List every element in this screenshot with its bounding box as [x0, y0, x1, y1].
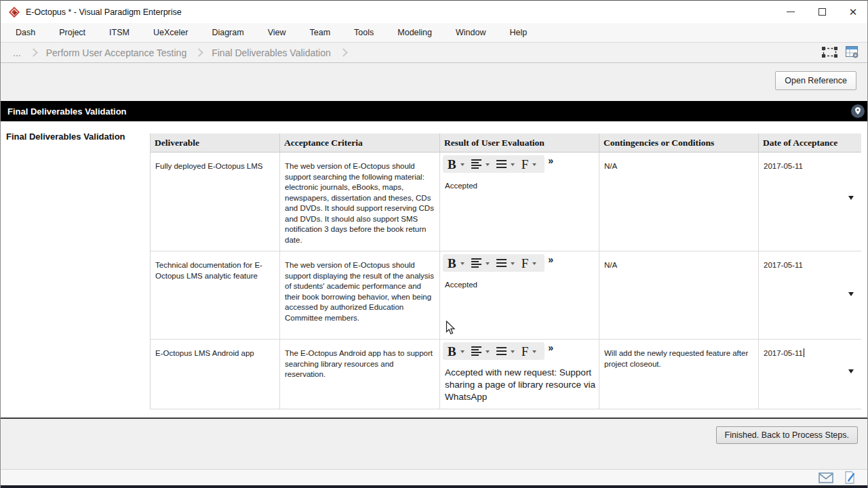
title-bar: E-Octopus * - Visual Paradigm Enterprise…: [1, 1, 868, 23]
menu-view[interactable]: View: [267, 25, 288, 40]
table-row-3-result-editor[interactable]: B F » Accepted with new request: Support…: [440, 340, 599, 409]
list-icon[interactable]: [496, 157, 507, 171]
dropdown-arrow-icon[interactable]: [848, 292, 854, 296]
overflow-icon[interactable]: »: [548, 342, 553, 354]
font-icon[interactable]: F: [521, 158, 529, 171]
footer-panel: Finished. Back to Process Steps.: [1, 419, 868, 470]
column-header-date: Date of Acceptance: [759, 134, 861, 152]
breadcrumb-item-perform-uat[interactable]: Perform User Acceptance Testing: [46, 47, 187, 58]
chevron-right-icon: [339, 48, 348, 57]
breadcrumb-ellipsis[interactable]: ...: [13, 47, 21, 58]
result-text[interactable]: Accepted with new request: Support shari…: [445, 367, 596, 403]
column-header-deliverable: Deliverable: [151, 134, 280, 152]
status-bar: [1, 470, 868, 485]
richtext-toolbar: B F: [443, 254, 545, 272]
column-header-acceptance-criteria: Acceptance Criteria: [280, 134, 440, 152]
breadcrumb: ... Perform User Acceptance Testing Fina…: [1, 42, 868, 63]
bold-icon[interactable]: B: [448, 257, 456, 270]
dropdown-arrow-icon[interactable]: [511, 350, 515, 353]
date-value[interactable]: 2017-05-11: [764, 348, 803, 359]
table-row-2-deliverable: Technical documentation for E-Octopus LM…: [151, 251, 280, 340]
dropdown-arrow-icon[interactable]: [486, 350, 490, 353]
form-window-icon[interactable]: [846, 46, 859, 58]
toolbar-band: Open Reference: [1, 63, 868, 101]
dropdown-arrow-icon[interactable]: [511, 262, 515, 265]
dropdown-arrow-icon[interactable]: [460, 163, 465, 166]
close-icon: ✕: [849, 7, 858, 17]
align-icon[interactable]: [471, 257, 481, 269]
chevron-right-icon: [195, 48, 203, 57]
dropdown-arrow-icon[interactable]: [486, 262, 490, 265]
menu-dash[interactable]: Dash: [14, 25, 37, 40]
dropdown-arrow-icon[interactable]: [532, 350, 536, 353]
dropdown-arrow-icon[interactable]: [532, 262, 536, 265]
maximize-icon: [818, 8, 826, 16]
form-title: Final Deliverables Validation: [6, 131, 125, 142]
table-row-1-date[interactable]: 2017-05-11: [759, 152, 861, 251]
envelope-icon[interactable]: [818, 472, 833, 483]
maximize-button[interactable]: [806, 1, 837, 23]
dropdown-arrow-icon[interactable]: [460, 350, 465, 353]
menu-project[interactable]: Project: [58, 25, 87, 40]
date-value[interactable]: 2017-05-11: [764, 161, 803, 172]
menu-bar: Dash Project ITSM UeXceler Diagram View …: [1, 23, 868, 42]
edit-document-icon[interactable]: [844, 471, 856, 484]
table-row-3-acceptance-criteria: The E-Octopus Android app has to support…: [280, 340, 440, 409]
dropdown-arrow-icon[interactable]: [460, 262, 465, 265]
column-header-contingencies: Contingencies or Conditions: [599, 134, 759, 152]
align-icon[interactable]: [471, 345, 481, 357]
overflow-icon[interactable]: »: [548, 254, 553, 266]
menu-window[interactable]: Window: [454, 25, 487, 40]
font-icon[interactable]: F: [521, 345, 529, 358]
breadcrumb-item-final-deliverables[interactable]: Final Deliverables Validation: [212, 47, 331, 58]
table-row-3-contingencies[interactable]: Will add the newly requested feature aft…: [599, 340, 759, 409]
align-icon[interactable]: [471, 158, 481, 170]
result-text[interactable]: Accepted: [445, 280, 596, 291]
table-row-1-deliverable: Fully deployed E-Octopus LMS: [151, 152, 280, 251]
overflow-icon[interactable]: »: [548, 155, 553, 167]
dropdown-arrow-icon[interactable]: [511, 163, 515, 166]
table-row-1-result-editor[interactable]: B F » Accepted: [440, 152, 599, 251]
text-caret: [804, 348, 804, 357]
dropdown-arrow-icon[interactable]: [848, 369, 854, 373]
list-icon[interactable]: [496, 344, 507, 358]
minimize-icon: [787, 12, 795, 12]
table-row-2-result-editor[interactable]: B F » Accepted: [440, 251, 599, 340]
finished-button[interactable]: Finished. Back to Process Steps.: [716, 426, 858, 444]
font-icon[interactable]: F: [521, 257, 529, 270]
table-row-3-deliverable: E-Octopus LMS Android app: [151, 340, 280, 409]
fit-selection-icon[interactable]: [822, 47, 837, 58]
menu-help[interactable]: Help: [508, 25, 528, 40]
list-icon[interactable]: [496, 256, 507, 270]
menu-team[interactable]: Team: [309, 25, 332, 40]
menu-modeling[interactable]: Modeling: [396, 25, 433, 40]
close-button[interactable]: ✕: [837, 1, 868, 23]
richtext-toolbar: B F: [443, 155, 545, 173]
window-title: E-Octopus * - Visual Paradigm Enterprise: [26, 7, 182, 17]
richtext-toolbar: B F: [443, 342, 545, 360]
table-row-2-contingencies[interactable]: N/A: [599, 251, 759, 340]
bold-icon[interactable]: B: [448, 158, 456, 171]
vp-logo-icon: [9, 7, 20, 18]
dropdown-arrow-icon[interactable]: [532, 163, 536, 166]
result-text[interactable]: Accepted: [445, 181, 596, 192]
form-panel: Final Deliverables Validation Deliverabl…: [1, 121, 868, 419]
section-header-bar: Final Deliverables Validation: [1, 101, 868, 121]
chevron-right-icon: [29, 48, 38, 57]
menu-itsm[interactable]: ITSM: [108, 25, 131, 40]
location-pin-icon[interactable]: [850, 104, 865, 119]
dropdown-arrow-icon[interactable]: [486, 163, 490, 166]
open-reference-button[interactable]: Open Reference: [775, 71, 856, 90]
table-row-3-date[interactable]: 2017-05-11: [759, 340, 861, 409]
table-row-2-acceptance-criteria: The web version of E-Octopus should supp…: [280, 251, 440, 340]
section-title: Final Deliverables Validation: [7, 106, 127, 117]
bold-icon[interactable]: B: [448, 345, 456, 358]
menu-diagram[interactable]: Diagram: [210, 25, 245, 40]
menu-tools[interactable]: Tools: [353, 25, 375, 40]
dropdown-arrow-icon[interactable]: [848, 196, 854, 200]
table-row-1-contingencies[interactable]: N/A: [599, 152, 759, 251]
menu-uexceler[interactable]: UeXceler: [152, 25, 189, 40]
table-row-2-date[interactable]: 2017-05-11: [759, 251, 861, 340]
date-value[interactable]: 2017-05-11: [764, 260, 803, 271]
minimize-button[interactable]: [775, 1, 806, 23]
